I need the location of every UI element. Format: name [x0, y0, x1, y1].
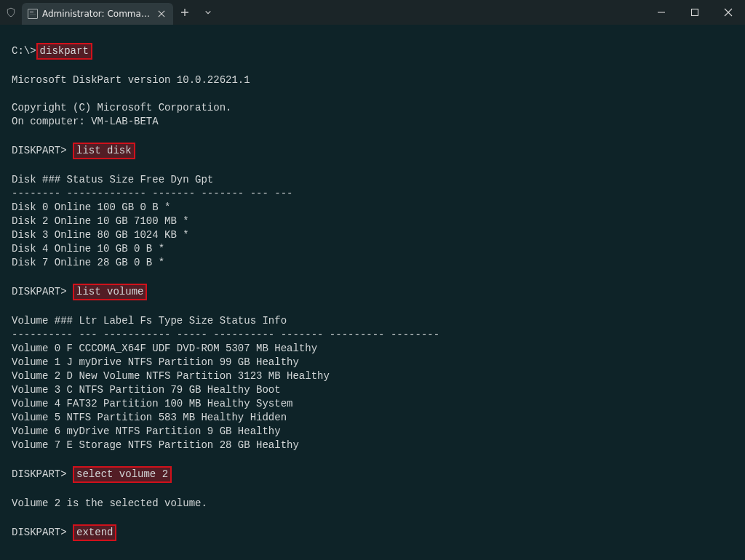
disk-row: Disk 2 Online 10 GB 7100 MB * [1, 215, 744, 228]
title-bar-left: Administrator: Command Pro [0, 0, 220, 25]
new-tab-button[interactable] [173, 8, 196, 17]
tab-title: Administrator: Command Pro [42, 9, 151, 19]
disk-header: Disk ### Status Size Free Dyn Gpt [1, 173, 744, 187]
version-line: Microsoft DiskPart version 10.0.22621.1 [1, 73, 744, 87]
disk-row: Disk 4 Online 10 GB 0 B * [1, 242, 744, 256]
svg-rect-0 [692, 9, 698, 16]
terminal-output[interactable]: C:\>diskpart Microsoft DiskPart version … [0, 25, 745, 560]
close-window-button[interactable] [712, 0, 745, 25]
title-bar-drag-area[interactable] [220, 0, 645, 25]
window-controls [645, 0, 745, 25]
prompt-line: C:\>diskpart [1, 43, 744, 60]
disk-row: Disk 7 Online 28 GB 0 B * [1, 256, 744, 270]
cmd-highlight-select-volume: select volume 2 [73, 466, 172, 483]
close-tab-button[interactable] [156, 8, 167, 20]
disk-row: Disk 3 Online 80 GB 1024 KB * [1, 228, 744, 242]
vol-row: Volume 2 D New Volume NTFS Partition 312… [1, 369, 744, 383]
tab-active[interactable]: Administrator: Command Pro [22, 3, 173, 25]
vol-row: Volume 4 FAT32 Partition 100 MB Healthy … [1, 397, 744, 411]
maximize-button[interactable] [678, 0, 712, 25]
vol-row: Volume 5 NTFS Partition 583 MB Healthy H… [1, 411, 744, 425]
prompt-line: DISKPART> list disk [1, 143, 744, 159]
prompt-line: DISKPART> select volume 2 [1, 466, 744, 483]
prompt-line: DISKPART> list volume [1, 284, 744, 300]
disk-row: Disk 0 Online 100 GB 0 B * [1, 201, 744, 215]
computer-line: On computer: VM-LAB-BETA [1, 115, 744, 129]
vol-row: Volume 3 C NTFS Partition 79 GB Healthy … [1, 383, 744, 397]
vol-row: Volume 6 myDrive NTFS Partition 9 GB Hea… [1, 425, 744, 439]
cmd-highlight-diskpart: diskpart [36, 43, 92, 60]
cmd-highlight-extend: extend [73, 524, 116, 541]
shield-icon [0, 7, 22, 17]
vol-row: Volume 1 J myDrive NTFS Partition 99 GB … [1, 356, 744, 369]
title-bar: Administrator: Command Pro [0, 0, 745, 25]
disk-divider: -------- ------------- ------- ------- -… [1, 187, 744, 201]
tab-dropdown-button[interactable] [196, 9, 220, 16]
select-confirm-line: Volume 2 is the selected volume. [1, 497, 744, 511]
prompt-line: DISKPART> extend [1, 524, 744, 541]
minimize-button[interactable] [645, 0, 678, 25]
vol-row: Volume 0 F CCCOMA_X64F UDF DVD-ROM 5307 … [1, 342, 744, 356]
cmd-highlight-list-volume: list volume [73, 284, 147, 300]
vol-divider: ---------- --- ----------- ----- -------… [1, 328, 744, 342]
cmd-highlight-list-disk: list disk [73, 143, 135, 159]
terminal-icon [28, 9, 38, 19]
vol-header: Volume ### Ltr Label Fs Type Size Status… [1, 314, 744, 328]
vol-row: Volume 7 E Storage NTFS Partition 28 GB … [1, 439, 744, 452]
copyright-line: Copyright (C) Microsoft Corporation. [1, 101, 744, 115]
